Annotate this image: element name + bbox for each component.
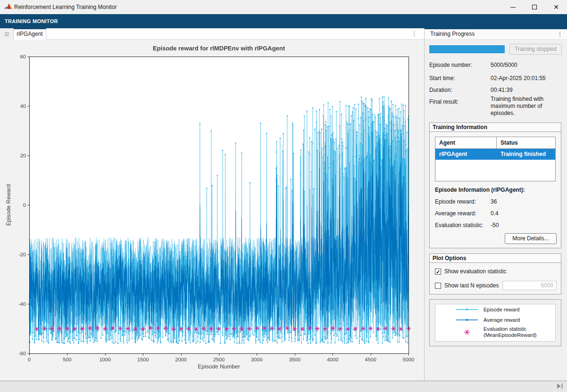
progress-fill — [429, 45, 505, 53]
show-last-n-episodes-label: Show last N episodes — [444, 282, 499, 289]
title-bar: Reinforcement Learning Training Monitor … — [0, 0, 567, 14]
evaluation-statistic-value: -50 — [491, 222, 499, 229]
toolstrip-tab-training-monitor[interactable]: TRAINING MONITOR — [5, 14, 58, 28]
episode-information-title: Episode Information (rlPGAgent): — [435, 187, 525, 193]
list-icon — [5, 33, 9, 33]
average-reward-value: 0.4 — [491, 210, 499, 217]
episode-number-label: Episode number: — [429, 62, 472, 68]
agent-status-table: Agent Status rlPGAgent Training finished — [435, 137, 556, 181]
panel-title: Training Progress — [430, 29, 475, 39]
training-stopped-button: Training stopped — [509, 44, 562, 55]
minimize-icon — [510, 7, 516, 8]
more-details-button[interactable]: More Details... — [505, 233, 557, 244]
episode-number-value: 5000/5000 — [491, 62, 517, 68]
matlab-logo-icon — [4, 3, 13, 11]
chart-panel — [0, 40, 424, 381]
table-row[interactable]: rlPGAgent Training finished — [435, 149, 555, 160]
panel-actions-kebab-icon[interactable]: ⋮ — [555, 29, 565, 39]
episode-reward-value: 36 — [491, 198, 497, 205]
show-last-n-episodes-checkbox[interactable] — [435, 283, 441, 289]
training-information-title: Training Information — [430, 123, 561, 132]
training-progress-bar — [429, 45, 505, 53]
episode-reward-chart — [0, 40, 424, 381]
start-time-value: 02-Apr-2025 20:01:55 — [491, 75, 546, 82]
episode-reward-line-icon — [455, 306, 479, 313]
show-evaluation-statistic-checkbox[interactable]: ✓ — [435, 269, 441, 275]
evaluation-statistic-asterisk-icon — [455, 326, 479, 338]
legend-item-average-reward: Average reward — [455, 317, 520, 323]
duration-label: Duration: — [429, 87, 452, 93]
status-bar — [0, 381, 567, 392]
toolstrip: TRAINING MONITOR — [0, 14, 567, 28]
window-close-button[interactable]: ✕ — [545, 0, 567, 14]
document-list-button[interactable] — [0, 28, 14, 40]
episode-reward-label: Episode reward: — [435, 198, 476, 205]
legend-item-evaluation-statistic: Evaluation statistic (MeanEpisodeReward) — [455, 326, 537, 338]
average-reward-line-icon — [455, 317, 479, 323]
legend-item-episode-reward: Episode reward — [455, 306, 519, 313]
start-time-label: Start time: — [429, 75, 455, 82]
evaluation-statistic-label: Evaluation statistic: — [435, 222, 484, 229]
collapse-panel-right-icon[interactable] — [557, 383, 563, 389]
document-actions-kebab-icon[interactable]: ⋮ — [409, 28, 420, 40]
window-title: Reinforcement Learning Training Monitor — [14, 0, 117, 14]
window-minimize-button[interactable] — [502, 0, 524, 14]
duration-value: 00:41:39 — [491, 87, 513, 93]
agent-cell: rlPGAgent — [435, 149, 497, 160]
plot-options-title: Plot Options — [430, 254, 561, 263]
close-icon: ✕ — [553, 3, 559, 11]
last-n-episodes-input[interactable] — [502, 281, 557, 290]
table-header-row: Agent Status — [435, 137, 555, 149]
window-maximize-button[interactable] — [524, 0, 545, 14]
average-reward-label: Average reward: — [435, 210, 476, 217]
maximize-icon — [532, 5, 537, 9]
tab-rlpgagent[interactable]: rlPGAgent — [14, 28, 46, 40]
final-result-label: Final result: — [429, 98, 459, 105]
status-cell: Training finished — [497, 149, 555, 160]
final-result-value: Training finished with maximum number of… — [491, 96, 564, 117]
document-tab-bar — [0, 28, 424, 40]
show-evaluation-statistic-label: Show evaluation statistic — [444, 268, 506, 275]
column-header-agent[interactable]: Agent — [435, 137, 497, 148]
column-header-status[interactable]: Status — [497, 137, 555, 148]
